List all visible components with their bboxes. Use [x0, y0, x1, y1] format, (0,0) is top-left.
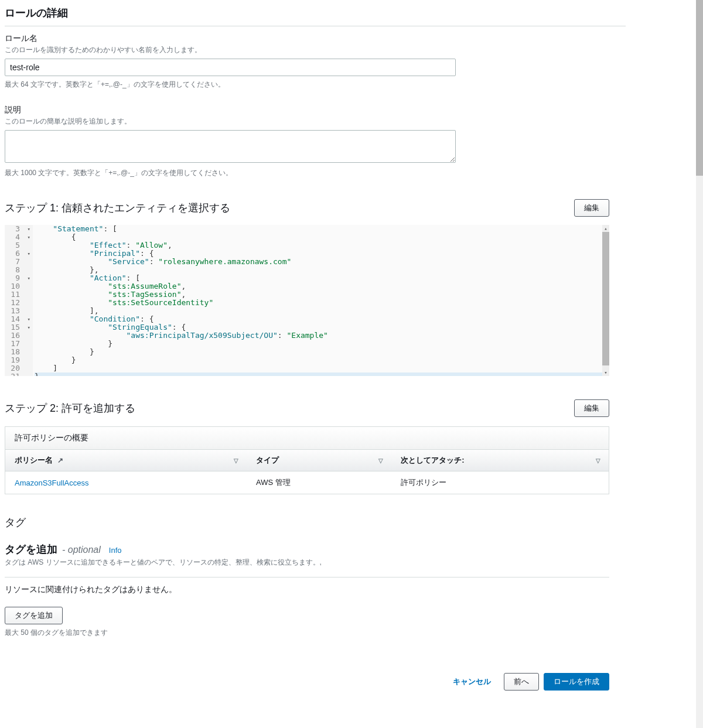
role-name-input[interactable]: [5, 59, 456, 76]
code-line[interactable]: }: [35, 372, 602, 376]
fold-icon[interactable]: ▾: [26, 274, 30, 282]
code-line[interactable]: {: [35, 233, 602, 241]
code-line[interactable]: "sts:AssumeRole",: [35, 282, 602, 290]
policy-name-link[interactable]: AmazonS3FullAccess: [15, 479, 88, 487]
tags-empty-text: リソースに関連付けられたタグはありません。: [5, 585, 626, 595]
policy-attached-as: 許可ポリシー: [391, 471, 609, 494]
description-input[interactable]: [5, 130, 456, 163]
line-number: 12: [5, 299, 30, 307]
line-number: 5: [5, 241, 30, 249]
step2-edit-button[interactable]: 編集: [574, 399, 609, 417]
line-number: 21: [5, 372, 30, 376]
code-line[interactable]: },: [35, 266, 602, 274]
permissions-table: ポリシー名 ↗ ▽ タイプ ▽ 次としてアタッチ: ▽ AmazonS3Full…: [5, 450, 609, 494]
code-line[interactable]: "StringEquals": {: [35, 323, 602, 331]
page-scroll-thumb[interactable]: [696, 0, 703, 176]
fold-icon[interactable]: ▾: [26, 225, 30, 233]
permissions-panel-title: 許可ポリシーの概要: [5, 427, 609, 450]
scroll-up-icon[interactable]: ▴: [602, 225, 609, 232]
col-type: タイプ: [256, 456, 279, 464]
line-number: 4▾: [5, 233, 30, 241]
line-number: 13: [5, 307, 30, 315]
line-number: 19: [5, 356, 30, 364]
tags-info-link[interactable]: Info: [109, 546, 122, 555]
fold-icon[interactable]: ▾: [26, 315, 30, 323]
trust-policy-editor[interactable]: 3▾4▾56▾789▾1011121314▾15▾161718192021 "S…: [5, 225, 609, 376]
tags-heading: タグ: [5, 507, 626, 538]
fold-icon[interactable]: ▾: [26, 323, 30, 331]
line-number: 18: [5, 348, 30, 356]
code-line[interactable]: "Statement": [: [35, 225, 602, 233]
role-name-hint: このロールを識別するためのわかりやすい名前を入力します。: [5, 45, 626, 55]
permissions-summary-panel: 許可ポリシーの概要 ポリシー名 ↗ ▽ タイプ ▽ 次としてアタッチ: ▽: [5, 426, 609, 494]
role-name-field: ロール名 このロールを識別するためのわかりやすい名前を入力します。 最大 64 …: [5, 33, 626, 90]
page-title: ロールの詳細: [5, 0, 626, 26]
code-line[interactable]: "aws:PrincipalTag/x509Subject/OU": "Exam…: [35, 331, 602, 340]
create-role-button[interactable]: ロールを作成: [544, 673, 609, 691]
line-number: 10: [5, 282, 30, 290]
divider: [5, 577, 609, 577]
step2-title: ステップ 2: 許可を追加する: [5, 401, 135, 415]
sort-icon[interactable]: ▽: [378, 457, 383, 464]
code-line[interactable]: "Principal": {: [35, 249, 602, 258]
divider: [5, 26, 626, 26]
line-number: 20: [5, 364, 30, 372]
cancel-button[interactable]: キャンセル: [445, 673, 499, 691]
page-scrollbar[interactable]: [696, 0, 703, 696]
code-line[interactable]: "Service": "rolesanywhere.amazonaws.com": [35, 258, 602, 266]
sort-icon[interactable]: ▽: [234, 457, 238, 464]
code-line[interactable]: }: [35, 340, 602, 348]
previous-button[interactable]: 前へ: [504, 673, 539, 691]
line-number: 16: [5, 331, 30, 340]
code-line[interactable]: ],: [35, 307, 602, 315]
editor-scroll-thumb[interactable]: [602, 232, 609, 365]
code-line[interactable]: "sts:SetSourceIdentity": [35, 299, 602, 307]
code-line[interactable]: "Effect": "Allow",: [35, 241, 602, 249]
code-line[interactable]: }: [35, 348, 602, 356]
line-number: 11: [5, 290, 30, 299]
policy-type: AWS 管理: [247, 471, 391, 494]
line-number: 7: [5, 258, 30, 266]
line-number: 6▾: [5, 249, 30, 258]
description-label: 説明: [5, 105, 626, 115]
role-name-below-hint: 最大 64 文字です。英数字と「+=,.@-_」の文字を使用してください。: [5, 80, 626, 90]
code-line[interactable]: "Condition": {: [35, 315, 602, 323]
scroll-down-icon[interactable]: ▾: [602, 369, 609, 376]
description-below-hint: 最大 1000 文字です。英数字と「+=,.@-_」の文字を使用してください。: [5, 168, 626, 178]
tags-limit-hint: 最大 50 個のタグを追加できます: [5, 628, 626, 638]
add-tag-button[interactable]: タグを追加: [5, 607, 63, 624]
line-number: 8: [5, 266, 30, 274]
fold-icon[interactable]: ▾: [26, 249, 30, 258]
col-policy-name: ポリシー名: [15, 456, 53, 464]
sort-icon[interactable]: ▽: [596, 457, 600, 464]
line-number: 3▾: [5, 225, 30, 233]
line-number: 9▾: [5, 274, 30, 282]
table-row: AmazonS3FullAccessAWS 管理許可ポリシー: [5, 471, 609, 494]
fold-icon[interactable]: ▾: [26, 233, 30, 241]
editor-scrollbar[interactable]: ▴ ▾: [602, 225, 609, 376]
description-hint: このロールの簡単な説明を追加します。: [5, 117, 626, 127]
code-line[interactable]: ]: [35, 364, 602, 372]
step1-edit-button[interactable]: 編集: [574, 199, 609, 217]
code-line[interactable]: }: [35, 356, 602, 364]
line-number: 14▾: [5, 315, 30, 323]
description-field: 説明 このロールの簡単な説明を追加します。 最大 1000 文字です。英数字と「…: [5, 105, 626, 178]
tags-optional-label: - optional: [62, 545, 101, 555]
code-line[interactable]: "sts:TagSession",: [35, 290, 602, 299]
tags-hint: タグは AWS リソースに追加できるキーと値のペアで、リソースの特定、整理、検索…: [5, 558, 626, 568]
step1-title: ステップ 1: 信頼されたエンティティを選択する: [5, 201, 230, 215]
role-name-label: ロール名: [5, 33, 626, 44]
external-link-icon: ↗: [57, 456, 63, 464]
code-line[interactable]: "Action": [: [35, 274, 602, 282]
col-attached-as: 次としてアタッチ:: [401, 456, 464, 464]
tags-add-title: タグを追加: [5, 542, 57, 556]
line-number: 15▾: [5, 323, 30, 331]
line-number: 17: [5, 340, 30, 348]
